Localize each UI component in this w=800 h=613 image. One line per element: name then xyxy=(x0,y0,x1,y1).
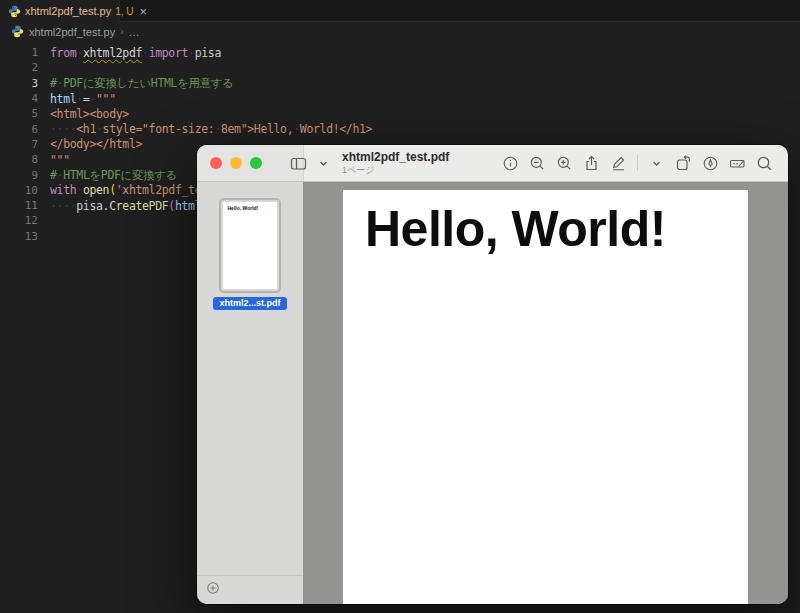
thumbnail-text: Hello, World! xyxy=(223,202,277,211)
toolbar-actions xyxy=(502,155,788,172)
preview-body: Hello, World! xhtml2...st.pdf Hello, Wor… xyxy=(197,182,788,604)
line-number: 3 xyxy=(0,77,38,90)
line-number: 2 xyxy=(0,61,38,74)
code-line[interactable]: 2 xyxy=(0,60,800,75)
line-content: ····pisa.CreatePDF(html xyxy=(50,199,201,213)
document-title: xhtml2pdf_test.pdf xyxy=(342,151,449,165)
info-icon[interactable] xyxy=(502,155,519,172)
chevron-down-icon[interactable] xyxy=(315,155,332,172)
window-controls xyxy=(197,157,262,169)
search-icon[interactable] xyxy=(756,155,773,172)
close-icon[interactable]: × xyxy=(140,5,148,18)
python-icon xyxy=(8,5,21,18)
line-content: """ xyxy=(50,153,70,167)
preview-titlebar-toolbar: xhtml2pdf_test.pdf 1ページ xyxy=(197,145,788,182)
code-line[interactable]: 6····<h1·style="font-size:·8em">Hello,·W… xyxy=(0,121,800,136)
toolbar-divider xyxy=(637,155,638,171)
code-line[interactable]: 3#·PDFに変換したいHTMLを用意する xyxy=(0,76,800,91)
page-thumbnail[interactable]: Hello, World! xyxy=(219,198,281,293)
breadcrumb-symbol-ellipsis[interactable]: … xyxy=(129,26,140,38)
preview-window: xhtml2pdf_test.pdf 1ページ Hello, World! xh… xyxy=(197,145,788,604)
close-window-button[interactable] xyxy=(210,157,222,169)
line-content: </body></html> xyxy=(50,137,142,151)
line-number: 11 xyxy=(0,199,38,212)
breadcrumb-filename[interactable]: xhtml2pdf_test.py xyxy=(29,26,115,38)
zoom-out-icon[interactable] xyxy=(529,155,546,172)
breadcrumb[interactable]: xhtml2pdf_test.py › … xyxy=(0,22,800,41)
tab-problems-git-badge: 1, U xyxy=(115,6,133,17)
line-number: 13 xyxy=(0,230,38,243)
line-content: <html><body> xyxy=(50,107,129,121)
pdf-viewport[interactable]: Hello, World! xyxy=(303,182,788,604)
python-icon xyxy=(11,25,24,38)
line-number: 8 xyxy=(0,153,38,166)
line-content: ····<h1·style="font-size:·8em">Hello,·Wo… xyxy=(50,122,372,136)
zoom-in-icon[interactable] xyxy=(556,155,573,172)
line-content: with·open('xhtml2pdf_te xyxy=(50,183,201,197)
window-title: xhtml2pdf_test.pdf 1ページ xyxy=(342,151,449,175)
line-number: 5 xyxy=(0,107,38,120)
tab-bar: xhtml2pdf_test.py 1, U × xyxy=(0,0,800,22)
share-icon[interactable] xyxy=(583,155,600,172)
zoom-window-button[interactable] xyxy=(250,157,262,169)
tab-xhtml2pdf-test-py[interactable]: xhtml2pdf_test.py 1, U × xyxy=(0,0,120,22)
line-content: html·=·""" xyxy=(50,92,116,106)
line-number: 6 xyxy=(0,123,38,136)
line-number: 7 xyxy=(0,138,38,151)
pdf-page: Hello, World! xyxy=(343,190,748,604)
sidebar-footer xyxy=(197,575,303,604)
markup-icon[interactable] xyxy=(610,155,627,172)
pdf-heading-text: Hello, World! xyxy=(343,190,748,258)
line-number: 1 xyxy=(0,46,38,59)
thumbnail-page: Hello, World! xyxy=(223,202,277,289)
line-number: 12 xyxy=(0,214,38,227)
code-line[interactable]: 4html·=·""" xyxy=(0,91,800,106)
line-number: 10 xyxy=(0,184,38,197)
line-content: #·PDFに変換したいHTMLを用意する xyxy=(50,76,234,91)
sidebar-view-menu xyxy=(290,155,332,172)
rotate-icon[interactable] xyxy=(675,155,692,172)
line-number: 4 xyxy=(0,92,38,105)
code-line[interactable]: 1from·xhtml2pdf·import·pisa xyxy=(0,45,800,60)
thumbnail-label[interactable]: xhtml2...st.pdf xyxy=(213,297,286,310)
minimize-window-button[interactable] xyxy=(230,157,242,169)
chevron-down-icon[interactable] xyxy=(648,155,665,172)
highlight-icon[interactable] xyxy=(702,155,719,172)
sidebar-icon[interactable] xyxy=(290,155,307,172)
form-icon[interactable] xyxy=(729,155,746,172)
code-line[interactable]: 5<html><body> xyxy=(0,106,800,121)
line-number: 9 xyxy=(0,169,38,182)
line-content: #·HTMLをPDFに変換する xyxy=(50,168,177,183)
page-count: 1ページ xyxy=(342,165,449,175)
chevron-right-icon: › xyxy=(120,26,123,37)
tab-title: xhtml2pdf_test.py xyxy=(25,5,111,17)
thumbnail-sidebar: Hello, World! xhtml2...st.pdf xyxy=(197,182,303,604)
line-content: from·xhtml2pdf·import·pisa xyxy=(50,46,221,60)
add-page-button[interactable] xyxy=(206,581,220,599)
